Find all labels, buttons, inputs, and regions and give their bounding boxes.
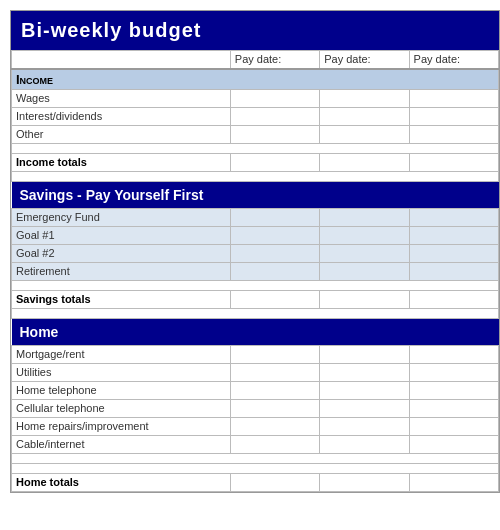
mortgage-label: Mortgage/rent [12, 345, 231, 363]
goal2-pay2[interactable] [320, 244, 409, 262]
emergency-fund-pay2[interactable] [320, 208, 409, 226]
header-label-col [12, 51, 231, 69]
home-repairs-pay2[interactable] [320, 417, 409, 435]
utilities-pay1[interactable] [230, 363, 319, 381]
interest-pay3[interactable] [409, 107, 498, 125]
income-totals-row: Income totals [12, 153, 499, 171]
budget-title: Bi-weekly budget [11, 11, 499, 50]
cable-internet-row: Cable/internet [12, 435, 499, 453]
savings-totals-label: Savings totals [12, 290, 231, 308]
home-section-header: Home [12, 318, 499, 345]
savings-empty-row [12, 280, 499, 290]
header-row: Pay date: Pay date: Pay date: [12, 51, 499, 69]
utilities-label: Utilities [12, 363, 231, 381]
home-totals-pay1[interactable] [230, 473, 319, 491]
cellular-telephone-pay3[interactable] [409, 399, 498, 417]
home-totals-pay3[interactable] [409, 473, 498, 491]
wages-row: Wages [12, 89, 499, 107]
home-totals-pay2[interactable] [320, 473, 409, 491]
cable-internet-pay1[interactable] [230, 435, 319, 453]
income-section-header: Income [12, 69, 499, 90]
home-repairs-pay3[interactable] [409, 417, 498, 435]
goal2-label: Goal #2 [12, 244, 231, 262]
other-row: Other [12, 125, 499, 143]
header-pay2: Pay date: [320, 51, 409, 69]
savings-section-header: Savings - Pay Yourself First [12, 181, 499, 208]
emergency-fund-pay1[interactable] [230, 208, 319, 226]
other-pay1[interactable] [230, 125, 319, 143]
retirement-pay3[interactable] [409, 262, 498, 280]
mortgage-pay1[interactable] [230, 345, 319, 363]
wages-pay2[interactable] [320, 89, 409, 107]
cellular-telephone-pay1[interactable] [230, 399, 319, 417]
mortgage-pay3[interactable] [409, 345, 498, 363]
mortgage-row: Mortgage/rent [12, 345, 499, 363]
savings-totals-pay3[interactable] [409, 290, 498, 308]
income-totals-pay2[interactable] [320, 153, 409, 171]
income-empty-row [12, 143, 499, 153]
home-telephone-pay2[interactable] [320, 381, 409, 399]
goal1-pay1[interactable] [230, 226, 319, 244]
home-empty-row2 [12, 463, 499, 473]
cellular-telephone-label: Cellular telephone [12, 399, 231, 417]
goal1-label: Goal #1 [12, 226, 231, 244]
income-totals-label: Income totals [12, 153, 231, 171]
retirement-label: Retirement [12, 262, 231, 280]
emergency-fund-pay3[interactable] [409, 208, 498, 226]
interest-pay1[interactable] [230, 107, 319, 125]
utilities-row: Utilities [12, 363, 499, 381]
cellular-telephone-pay2[interactable] [320, 399, 409, 417]
budget-container: Bi-weekly budget Pay date: Pay date: Pay… [10, 10, 500, 493]
goal1-pay3[interactable] [409, 226, 498, 244]
cable-internet-pay3[interactable] [409, 435, 498, 453]
goal2-row: Goal #2 [12, 244, 499, 262]
utilities-pay2[interactable] [320, 363, 409, 381]
interest-pay2[interactable] [320, 107, 409, 125]
header-pay3: Pay date: [409, 51, 498, 69]
mortgage-pay2[interactable] [320, 345, 409, 363]
savings-totals-pay2[interactable] [320, 290, 409, 308]
cable-internet-pay2[interactable] [320, 435, 409, 453]
retirement-row: Retirement [12, 262, 499, 280]
other-pay3[interactable] [409, 125, 498, 143]
interest-label: Interest/dividends [12, 107, 231, 125]
income-spacer [12, 171, 499, 181]
home-telephone-pay1[interactable] [230, 381, 319, 399]
savings-spacer [12, 308, 499, 318]
wages-label: Wages [12, 89, 231, 107]
retirement-pay2[interactable] [320, 262, 409, 280]
other-label: Other [12, 125, 231, 143]
home-totals-row: Home totals [12, 473, 499, 491]
home-repairs-pay1[interactable] [230, 417, 319, 435]
cellular-telephone-row: Cellular telephone [12, 399, 499, 417]
goal1-row: Goal #1 [12, 226, 499, 244]
home-empty-row1 [12, 453, 499, 463]
home-totals-label: Home totals [12, 473, 231, 491]
retirement-pay1[interactable] [230, 262, 319, 280]
home-telephone-label: Home telephone [12, 381, 231, 399]
emergency-fund-row: Emergency Fund [12, 208, 499, 226]
wages-pay3[interactable] [409, 89, 498, 107]
header-pay1: Pay date: [230, 51, 319, 69]
savings-totals-row: Savings totals [12, 290, 499, 308]
income-totals-pay3[interactable] [409, 153, 498, 171]
goal1-pay2[interactable] [320, 226, 409, 244]
goal2-pay1[interactable] [230, 244, 319, 262]
wages-pay1[interactable] [230, 89, 319, 107]
other-pay2[interactable] [320, 125, 409, 143]
cable-internet-label: Cable/internet [12, 435, 231, 453]
goal2-pay3[interactable] [409, 244, 498, 262]
savings-totals-pay1[interactable] [230, 290, 319, 308]
home-label: Home [12, 318, 499, 345]
utilities-pay3[interactable] [409, 363, 498, 381]
income-totals-pay1[interactable] [230, 153, 319, 171]
interest-row: Interest/dividends [12, 107, 499, 125]
income-label: Income [12, 69, 499, 90]
home-telephone-pay3[interactable] [409, 381, 498, 399]
home-repairs-label: Home repairs/improvement [12, 417, 231, 435]
home-repairs-row: Home repairs/improvement [12, 417, 499, 435]
home-telephone-row: Home telephone [12, 381, 499, 399]
emergency-fund-label: Emergency Fund [12, 208, 231, 226]
savings-label: Savings - Pay Yourself First [12, 181, 499, 208]
